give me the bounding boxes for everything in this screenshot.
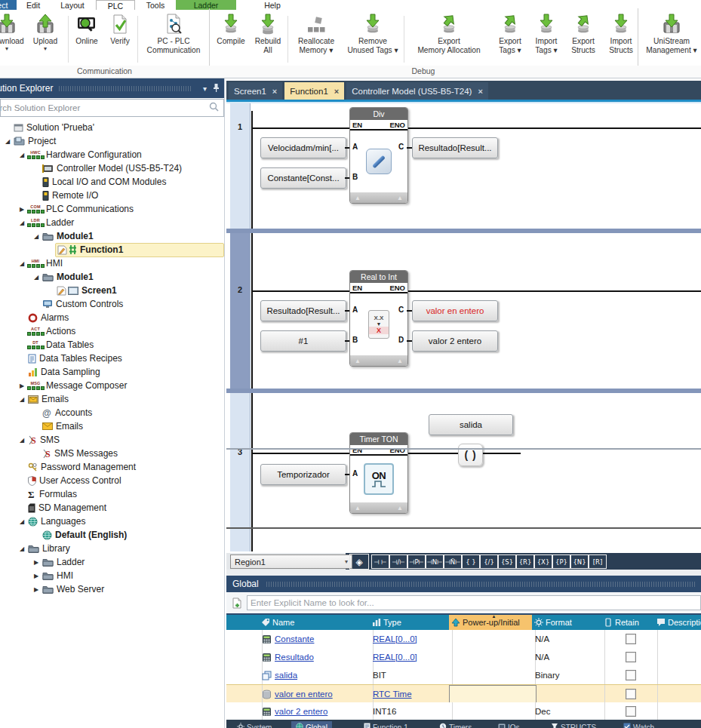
column-header-description[interactable]: Description <box>654 615 701 630</box>
tag-name-cell[interactable]: salida <box>259 666 374 684</box>
retain-checkbox[interactable] <box>626 652 636 662</box>
row-selector[interactable] <box>230 630 263 648</box>
tree-item-hardware-configuration[interactable]: ◢HWCHardware Configuration <box>0 148 224 161</box>
ladder-block-real-to-int[interactable]: Real to IntENENOX.X▼X▲▲ <box>349 270 408 367</box>
expand-icon[interactable]: ▶ <box>32 573 41 579</box>
column-header-type[interactable]: Type <box>370 615 452 630</box>
output-coil[interactable]: ( ) <box>458 444 483 466</box>
close-icon[interactable]: × <box>272 87 277 96</box>
tag-format-cell[interactable] <box>532 685 605 703</box>
input-tag-resultado-result[interactable]: Resultado[Result... <box>260 300 346 321</box>
tag-type-value[interactable]: RTC Time <box>373 690 412 699</box>
tag-name-link[interactable]: Constante <box>275 634 314 644</box>
close-icon[interactable]: × <box>478 87 482 96</box>
tree-item-hmi[interactable]: ▶HMI <box>0 569 224 582</box>
collapse-icon[interactable]: ◢ <box>17 437 26 444</box>
expand-up-icon[interactable]: ▲ <box>397 505 403 511</box>
tag-name-link[interactable]: valor en entero <box>275 690 333 699</box>
menu-tab-help[interactable]: Help <box>257 0 288 10</box>
tree-item-alarms[interactable]: Alarms <box>0 311 224 324</box>
tree-item-data-tables-recipes[interactable]: Data Tables Recipes <box>0 352 224 365</box>
ribbon-button-rebuild-all[interactable]: Rebuild All <box>250 12 286 63</box>
expand-up-icon[interactable]: ▲ <box>355 505 361 511</box>
tag-name-cell[interactable]: Constante <box>259 630 374 648</box>
tag-description-cell[interactable] <box>654 666 701 684</box>
ladder-block-timer-ton[interactable]: Timer TONENENOON▲▲ <box>349 432 408 514</box>
tree-item-accounts[interactable]: @Accounts <box>0 406 224 419</box>
ladder-element-button-10[interactable]: {P} <box>552 554 570 569</box>
tag-search-input[interactable] <box>247 595 701 610</box>
ribbon-button-compile[interactable]: Compile <box>214 12 248 63</box>
tag-description-cell[interactable] <box>654 685 701 703</box>
menu-tab-project[interactable]: Project <box>0 0 17 10</box>
tree-item-project[interactable]: ◢Project <box>0 134 224 148</box>
expand-up-icon[interactable]: ▲ <box>355 195 361 201</box>
ladder-element-button-8[interactable]: {R} <box>516 554 534 569</box>
ribbon-button-download[interactable]: Download▾ <box>0 12 24 63</box>
input-tag-constante-const[interactable]: Constante[Const... <box>260 167 346 189</box>
ribbon-button-reallocate-memory[interactable]: Reallocate Memory ▾ <box>291 12 342 63</box>
ribbon-button-export-tags[interactable]: Export Tags ▾ <box>493 12 527 63</box>
tag-type-cell[interactable]: INT16 <box>370 702 453 720</box>
tree-item-user-access-control[interactable]: User Access Control <box>0 474 224 487</box>
bottom-tab-function-1[interactable]: Function 1 <box>359 721 413 728</box>
retain-checkbox[interactable] <box>626 670 636 680</box>
tag-type-value[interactable]: REAL[0...0] <box>373 653 417 662</box>
collapse-icon[interactable]: ◢ <box>17 260 26 267</box>
ladder-element-button-11[interactable]: {N} <box>570 554 589 569</box>
tree-item-library[interactable]: ◢Library <box>0 542 224 555</box>
bottom-tab-global[interactable]: Global <box>291 721 332 728</box>
ribbon-button-export-memory-allocation[interactable]: Export Memory Allocation <box>407 12 491 63</box>
tree-item-sd-management[interactable]: SD Management <box>0 501 224 515</box>
tree-item-sms[interactable]: ◢SSMS <box>0 433 224 447</box>
add-tag-icon[interactable] <box>230 596 244 610</box>
menu-tab-layout[interactable]: Layout <box>53 0 92 10</box>
tree-item-languages[interactable]: ◢Languages <box>0 515 224 528</box>
tag-retain-cell[interactable] <box>601 666 658 684</box>
ladder-element-button-7[interactable]: {S} <box>498 554 516 569</box>
ladder-element-button-2[interactable]: ⊣P⊢ <box>407 554 426 569</box>
tag-format-cell[interactable]: N/A <box>532 648 605 666</box>
tag-retain-cell[interactable] <box>601 685 658 703</box>
ladder-element-button-6[interactable]: {/} <box>480 554 498 569</box>
tag-name-link[interactable]: Resultado <box>275 653 314 662</box>
menu-tab-plc[interactable]: PLC <box>96 0 135 10</box>
tag-format-cell[interactable]: N/A <box>532 630 605 648</box>
selection-tool-button[interactable]: ◈ <box>349 554 369 570</box>
collapse-icon[interactable]: ◢ <box>17 152 26 158</box>
tag-type-cell[interactable]: RTC Time <box>370 685 453 703</box>
tree-item-plc-communications[interactable]: ▶COMPLC Communications <box>0 202 224 216</box>
row-selector[interactable] <box>230 685 263 703</box>
tag-type-value[interactable]: REAL[0...0] <box>373 634 417 644</box>
ribbon-button-import-tags[interactable]: Import Tags ▾ <box>529 12 564 63</box>
ladder-element-button-5[interactable]: { } <box>462 554 480 569</box>
column-header-format[interactable]: Format <box>532 615 604 630</box>
region-select[interactable]: Region1 ▾ <box>230 554 352 569</box>
tree-item-local-i-o-and-com-modules[interactable]: Local I/O and COM Modules <box>0 175 224 189</box>
expand-up-icon[interactable]: ▲ <box>397 358 403 364</box>
tree-item-data-sampling[interactable]: Data Sampling <box>0 365 224 379</box>
tree-item-ladder[interactable]: ▶Ladder <box>0 555 224 569</box>
retain-checkbox[interactable] <box>626 706 636 717</box>
tree-item-controller-model-us5-b5-t24[interactable]: Controller Model (US5-B5-T24) <box>0 161 224 175</box>
pin-icon[interactable] <box>213 84 220 94</box>
bottom-tab-system[interactable]: System <box>232 721 276 728</box>
tag-description-cell[interactable] <box>654 648 701 666</box>
output-tag-valor-en-entero[interactable]: valor en entero <box>412 300 498 321</box>
input-tag-temporizador[interactable]: Temporizador <box>260 464 346 485</box>
output-tag-resultado-result[interactable]: Resultado[Result... <box>412 137 498 158</box>
menu-tab-tools[interactable]: Tools <box>138 0 173 10</box>
coil-tag-salida[interactable]: salida <box>429 414 513 435</box>
collapse-icon[interactable]: ◢ <box>17 545 26 552</box>
ladder-element-button-1[interactable]: ⊣/⊢ <box>389 554 407 569</box>
tag-row-constante[interactable]: ConstanteREAL[0...0]N/A <box>226 630 701 649</box>
tag-powerup-cell[interactable] <box>449 666 536 684</box>
tree-item-screen1[interactable]: Screen1 <box>0 284 224 297</box>
tag-format-cell[interactable]: Binary <box>532 666 605 684</box>
panel-menu-chevron-icon[interactable]: ▾ <box>203 84 207 93</box>
tree-item-sms-messages[interactable]: SSMS Messages <box>0 447 224 460</box>
column-header-power-up-initial[interactable]: Power-up/Initial▲ <box>449 615 535 630</box>
explorer-search-input[interactable]: Search Solution Explorer <box>0 99 224 117</box>
tag-retain-cell[interactable] <box>601 648 658 666</box>
expand-icon[interactable]: ▶ <box>32 559 41 566</box>
